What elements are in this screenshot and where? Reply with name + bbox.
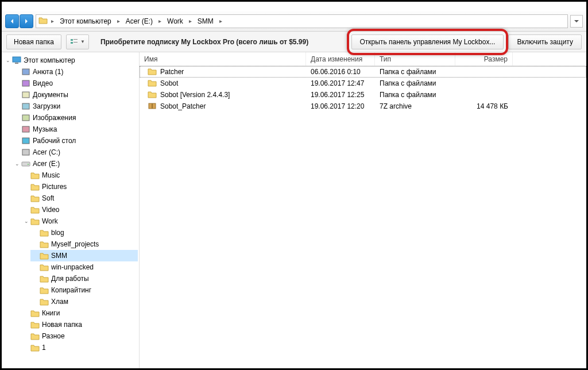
new-folder-button[interactable]: Новая папка — [6, 34, 61, 49]
tree-label: Рабочий стол — [33, 137, 76, 145]
folder-icon — [38, 16, 48, 26]
folder-icon — [40, 297, 49, 306]
tree-node[interactable]: Документы — [12, 89, 138, 101]
svg-rect-0 — [71, 39, 73, 41]
breadcrumb-item[interactable]: Acer (E:) — [123, 16, 155, 26]
tree-label: Изображения — [33, 114, 76, 122]
library-icon — [21, 136, 30, 145]
column-headers: Имя Дата изменения Тип Размер — [140, 52, 586, 66]
library-icon — [21, 90, 30, 99]
file-type: Папка с файлами — [375, 79, 455, 87]
tree-label: blog — [51, 229, 64, 237]
collapse-icon[interactable]: ⌄ — [22, 218, 30, 224]
open-lockbox-panel-button[interactable]: Открыть панель управления My Lockbox... — [351, 34, 504, 49]
tree-label: Soft — [42, 194, 54, 202]
file-list: Имя Дата изменения Тип Размер Patcher06.… — [140, 52, 586, 368]
file-type: Папка с файлами — [375, 68, 455, 76]
collapse-icon[interactable]: ⌄ — [13, 161, 21, 167]
file-name: Patcher — [160, 68, 184, 76]
nav-back-button[interactable] — [5, 14, 19, 28]
tree-node[interactable]: Acer (C:) — [12, 147, 138, 158]
file-type: Папка с файлами — [375, 91, 455, 99]
view-options-button[interactable]: ▼ — [66, 34, 89, 49]
library-icon — [21, 102, 30, 111]
tree-node[interactable]: Music — [21, 169, 138, 181]
tree-node[interactable]: Video — [21, 204, 138, 215]
dropdown-button[interactable] — [570, 15, 583, 28]
chevron-right-icon[interactable]: ▸ — [156, 18, 164, 24]
svg-rect-13 — [22, 149, 29, 155]
list-item[interactable]: Sobot_Patcher19.06.2017 12:207Z archive1… — [140, 101, 586, 112]
tree-node-computer[interactable]: ⌄ Этот компьютер — [3, 55, 138, 66]
list-item[interactable]: Sobot19.06.2017 12:47Папка с файлами — [140, 78, 586, 89]
tree-node[interactable]: Новая папка — [21, 319, 138, 330]
folder-icon — [148, 90, 157, 100]
nav-forward-button[interactable] — [20, 14, 33, 28]
enable-protection-button[interactable]: Включить защиту — [508, 34, 582, 49]
tree-label: Копирайтинг — [51, 286, 91, 294]
svg-rect-8 — [22, 92, 29, 98]
tree-node[interactable]: Soft — [21, 192, 138, 204]
column-size[interactable]: Размер — [455, 52, 513, 65]
tree-node[interactable]: Изображения — [12, 112, 138, 124]
svg-rect-14 — [22, 162, 30, 166]
tree-node[interactable]: 1 — [21, 342, 138, 353]
list-item[interactable]: Sobot [Version 2.4.4.3]19.06.2017 12:25П… — [140, 89, 586, 101]
folder-icon — [40, 251, 49, 260]
breadcrumb[interactable]: ▸ Этот компьютер▸ Acer (E:)▸ Work▸ SMM▸ — [36, 14, 568, 28]
tree-node[interactable]: win-unpacked — [30, 261, 138, 273]
tree-label: win-unpacked — [51, 263, 94, 271]
tree-node[interactable]: Копирайтинг — [30, 284, 138, 296]
chevron-down-icon: ▼ — [80, 39, 85, 44]
chevron-right-icon[interactable]: ▸ — [115, 18, 122, 24]
folder-icon — [30, 343, 40, 352]
tree-label: SMM — [51, 252, 67, 260]
svg-rect-12 — [22, 138, 29, 144]
chevron-right-icon[interactable]: ▸ — [217, 18, 225, 24]
tree-label: Новая папка — [42, 321, 82, 329]
folder-icon — [40, 263, 49, 272]
svg-rect-9 — [22, 103, 29, 109]
tree-node[interactable]: Музыка — [12, 124, 138, 135]
tree-node[interactable]: Хлам — [30, 296, 138, 307]
column-date[interactable]: Дата изменения — [306, 52, 375, 65]
tree-label: Музыка — [33, 125, 57, 133]
chevron-right-icon[interactable]: ▸ — [187, 18, 194, 24]
collapse-icon[interactable]: ⌄ — [4, 57, 12, 63]
svg-rect-17 — [152, 103, 153, 109]
tree-node[interactable]: Рабочий стол — [12, 135, 138, 147]
tree-label: Music — [42, 171, 60, 179]
list-item[interactable]: Patcher06.06.2016 0:10Папка с файлами — [140, 66, 586, 78]
tree-label: Разное — [42, 332, 65, 340]
library-icon — [21, 148, 30, 157]
column-name[interactable]: Имя — [140, 52, 306, 65]
tree-node[interactable]: Разное — [21, 330, 138, 342]
column-type[interactable]: Тип — [375, 52, 455, 65]
tree-node[interactable]: SMM — [30, 250, 138, 261]
tree-node[interactable]: Видео — [12, 78, 138, 89]
breadcrumb-item[interactable]: SMM — [195, 16, 216, 26]
tree-label: Хлам — [51, 298, 68, 306]
archive-icon — [148, 102, 157, 111]
list-view-icon — [70, 38, 78, 46]
folder-icon — [30, 320, 40, 329]
tree-label: Этот компьютер — [24, 56, 75, 64]
svg-rect-7 — [22, 80, 29, 86]
tree-node[interactable]: Книги — [21, 307, 138, 319]
tree-node[interactable]: Pictures — [21, 181, 138, 192]
library-icon — [21, 79, 30, 88]
tree-node[interactable]: Анюта (1) — [12, 66, 138, 78]
computer-icon — [12, 56, 21, 65]
breadcrumb-item[interactable]: Этот компьютер — [57, 16, 114, 26]
tree-node[interactable]: Загрузки — [12, 101, 138, 112]
breadcrumb-item[interactable]: Work — [165, 16, 185, 26]
tree-node-work[interactable]: ⌄Work — [21, 215, 138, 227]
tree-label: Загрузки — [33, 102, 60, 110]
chevron-right-icon[interactable]: ▸ — [49, 18, 56, 24]
tree-node[interactable]: Для работы — [30, 273, 138, 284]
folder-tree[interactable]: ⌄ Этот компьютер Анюта (1)ВидеоДокументы… — [2, 52, 140, 368]
tree-node[interactable]: Myself_projects — [30, 238, 138, 250]
tree-label: Анюта (1) — [33, 68, 63, 76]
tree-node[interactable]: blog — [30, 227, 138, 238]
tree-node-drive[interactable]: ⌄Acer (E:) — [12, 158, 138, 169]
